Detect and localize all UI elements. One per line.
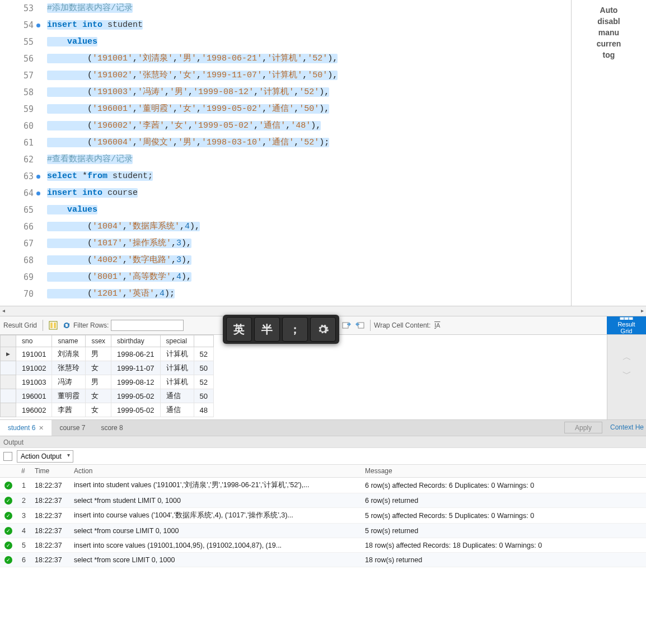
cell[interactable]: 董明霞 [52,389,86,403]
wrap-cell-icon[interactable]: I̱A [434,320,444,330]
code-line[interactable]: values [47,34,646,50]
line-number: 56 [0,50,34,67]
column-header[interactable]: ssex [86,335,111,347]
nav-down-icon[interactable]: ﹀ [607,368,646,380]
success-icon: ✓ [4,512,12,520]
close-icon[interactable]: ✕ [39,424,44,432]
cell[interactable]: 女 [86,403,111,417]
filter-rows-input[interactable] [111,320,184,331]
scroll-right-icon[interactable]: ▸ [641,307,644,314]
cell[interactable]: 191003 [16,375,52,389]
code-line[interactable]: ('191001','刘清泉','男','1998-06-21','计算机','… [47,50,646,67]
cell[interactable]: 1999-11-07 [111,361,161,375]
code-line[interactable]: insert into course [47,185,646,202]
cell[interactable]: 计算机 [160,375,194,389]
refresh-icon[interactable] [62,320,72,330]
code-line[interactable]: ('8001','高等数学',4), [47,269,646,286]
ime-key-punct[interactable]: ； [282,317,308,342]
table-row[interactable]: 196001董明霞女1999-05-02通信50 [1,389,214,403]
cell[interactable]: 191001 [16,347,52,361]
ime-key-lang[interactable]: 英 [226,317,252,342]
output-type-select[interactable]: Action Output [17,450,73,463]
output-layout-icon[interactable] [3,452,12,461]
output-row[interactable]: ✓218:22:37select *from student LIMIT 0, … [0,493,646,508]
line-number: 58 [0,84,34,101]
code-line[interactable]: ('191003','冯涛','男','1999-08-12','计算机','5… [47,84,646,101]
code-line[interactable]: insert into student [47,17,646,34]
code-line[interactable]: ('1004','数据库系统',4), [47,218,646,235]
context-help-link[interactable]: Context He [610,423,644,431]
output-row[interactable]: ✓418:22:37select *from course LIMIT 0, 1… [0,524,646,538]
cell[interactable]: 男 [86,347,111,361]
line-number: 57 [0,67,34,84]
cell[interactable]: 通信 [160,389,194,403]
scroll-left-icon[interactable]: ◂ [2,307,5,314]
cell[interactable]: 计算机 [160,361,194,375]
cell[interactable]: 52 [194,347,213,361]
result-tab[interactable]: score 8 [93,420,130,436]
code-line[interactable]: #添加数据表内容/记录 [47,0,646,17]
code-line[interactable]: ('1017','操作系统',3), [47,235,646,252]
cell[interactable]: 冯涛 [52,375,86,389]
code-line[interactable]: ('191002','张慧玲','女','1999-11-07','计算机','… [47,67,646,84]
column-header[interactable]: sname [52,335,86,347]
table-row[interactable]: 191001刘清泉男1998-06-21计算机52 [1,347,214,361]
code-line[interactable]: ('196002','李茜','女','1999-05-02','通信','48… [47,118,646,134]
output-row[interactable]: ✓318:22:37insert into course values ('10… [0,508,646,524]
ime-toolbar[interactable]: 英 半 ； [223,315,339,344]
grid-view-icon[interactable] [48,320,58,330]
code-line[interactable]: ('1201','英语',4); [47,286,646,302]
apply-button[interactable]: Apply [564,422,602,433]
cell[interactable]: 52 [194,375,213,389]
cell[interactable]: 张慧玲 [52,361,86,375]
output-row[interactable]: ✓618:22:37select *from score LIMIT 0, 10… [0,553,646,567]
cell[interactable]: 1999-05-02 [111,389,161,403]
output-row[interactable]: ✓518:22:37insert into score values (1910… [0,538,646,553]
export-icon[interactable] [341,320,352,330]
cell[interactable]: 196002 [16,403,52,417]
cell[interactable]: 计算机 [160,347,194,361]
cell[interactable]: 1999-05-02 [111,403,161,417]
cell[interactable]: 通信 [160,403,194,417]
import-icon[interactable] [355,320,365,330]
output-row[interactable]: ✓118:22:37insert into student values ('1… [0,478,646,493]
cell[interactable]: 50 [194,361,213,375]
code-line[interactable]: select *from student; [47,168,646,185]
ime-key-settings[interactable] [310,317,336,342]
cell[interactable]: 196001 [16,389,52,403]
svg-rect-3 [343,323,348,328]
cell[interactable]: 191002 [16,361,52,375]
table-row[interactable]: 196002李茜女1999-05-02通信48 [1,403,214,417]
output-grid[interactable]: #TimeActionMessage ✓118:22:37insert into… [0,465,646,567]
sql-editor[interactable]: 535455565758596061626364656667686970 #添加… [0,0,646,306]
svg-rect-6 [620,318,633,320]
result-tab[interactable]: course 7 [52,420,93,436]
result-tab[interactable]: student 6✕ [0,420,52,436]
code-line[interactable]: ('4002','数字电路',3), [47,252,646,269]
cell[interactable]: 女 [86,361,111,375]
code-area[interactable]: #添加数据表内容/记录insert into student values ('… [37,0,646,306]
cell[interactable]: 李茜 [52,403,86,417]
table-row[interactable]: 191002张慧玲女1999-11-07计算机50 [1,361,214,375]
column-header[interactable]: special [160,335,194,347]
cell[interactable]: 刘清泉 [52,347,86,361]
code-line[interactable]: #查看数据表内容/记录 [47,151,646,168]
ime-key-width[interactable]: 半 [254,317,280,342]
result-grid[interactable]: snosnamessexsbirthdayspecial 191001刘清泉男1… [0,335,646,420]
cell[interactable]: 1998-06-21 [111,347,161,361]
cell[interactable]: 1999-08-12 [111,375,161,389]
column-header[interactable]: sno [16,335,52,347]
column-header[interactable] [194,335,213,347]
code-line[interactable]: values [47,202,646,218]
cell[interactable]: 男 [86,375,111,389]
code-line[interactable]: ('196004','周俊文','男','1998-03-10','通信','5… [47,134,646,151]
result-grid-side-button[interactable]: Result Grid [607,316,646,334]
cell[interactable]: 50 [194,389,213,403]
table-row[interactable]: 191003冯涛男1999-08-12计算机52 [1,375,214,389]
output-toolbar: Action Output [0,448,646,465]
cell[interactable]: 女 [86,389,111,403]
column-header[interactable]: sbirthday [111,335,161,347]
code-line[interactable]: ('196001','董明霞','女','1999-05-02','通信','5… [47,101,646,118]
nav-up-icon[interactable]: ︿ [607,352,646,363]
cell[interactable]: 48 [194,403,213,417]
